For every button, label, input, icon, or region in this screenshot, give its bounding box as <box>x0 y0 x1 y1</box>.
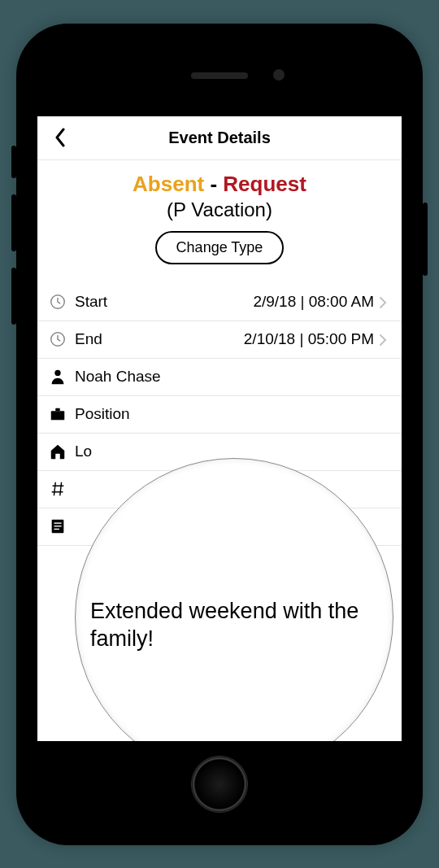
svg-rect-4 <box>55 408 60 412</box>
svg-rect-8 <box>54 529 59 530</box>
side-button <box>11 194 16 251</box>
back-icon <box>54 128 67 147</box>
position-row: Position <box>37 396 402 434</box>
start-value: 2/9/18 | 08:00 AM <box>107 293 374 311</box>
side-button <box>423 203 428 276</box>
svg-rect-7 <box>54 526 61 526</box>
page-title: Event Details <box>168 129 271 147</box>
phone-frame: Event Details Absent - Request (P Vacati… <box>16 24 423 845</box>
side-button <box>11 268 16 325</box>
start-label: Start <box>75 293 107 311</box>
status-absent: Absent <box>133 172 204 196</box>
change-type-button[interactable]: Change Type <box>155 231 285 264</box>
svg-rect-3 <box>51 411 65 420</box>
status-request: Request <box>223 172 306 196</box>
svg-point-2 <box>54 370 60 376</box>
end-value: 2/10/18 | 05:00 PM <box>102 330 374 348</box>
clock-icon <box>46 330 70 348</box>
start-row[interactable]: Start 2/9/18 | 08:00 AM <box>37 284 402 321</box>
note-text: Extended weekend with the family! <box>90 582 378 653</box>
note-icon <box>46 517 70 535</box>
chevron-right-icon <box>379 293 390 311</box>
event-header: Absent - Request (P Vacation) Change Typ… <box>37 160 402 284</box>
person-icon <box>46 368 70 386</box>
home-button[interactable] <box>191 756 248 813</box>
app-screen: Event Details Absent - Request (P Vacati… <box>37 116 402 741</box>
briefcase-icon <box>46 405 70 423</box>
back-button[interactable] <box>47 124 73 150</box>
person-row: Noah Chase <box>37 359 402 396</box>
end-label: End <box>75 330 102 348</box>
event-status: Absent - Request <box>47 172 392 197</box>
nav-bar: Event Details <box>37 116 402 160</box>
person-name: Noah Chase <box>75 368 161 386</box>
event-subtype: (P Vacation) <box>47 198 392 221</box>
end-row[interactable]: End 2/10/18 | 05:00 PM <box>37 321 402 359</box>
side-button <box>11 146 16 178</box>
clock-icon <box>46 293 70 311</box>
phone-speaker <box>191 72 248 79</box>
chevron-right-icon <box>379 330 390 348</box>
position-label: Position <box>75 405 130 423</box>
hashtag-icon <box>46 480 70 498</box>
home-icon <box>46 443 70 460</box>
phone-camera <box>273 69 285 81</box>
status-separator: - <box>204 172 223 196</box>
location-label: Lo <box>75 443 92 460</box>
svg-rect-6 <box>54 522 61 523</box>
